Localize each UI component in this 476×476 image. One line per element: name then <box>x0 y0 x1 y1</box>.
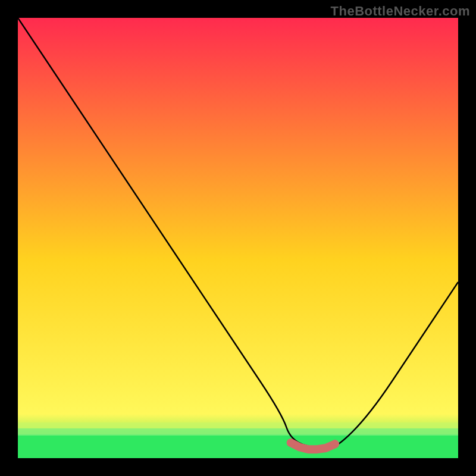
green-band <box>18 434 458 458</box>
bottleneck-chart <box>18 18 458 458</box>
watermark-text: TheBottleNecker.com <box>331 4 470 19</box>
optimal-range-dot <box>331 440 339 448</box>
chart-frame: TheBottleNecker.com <box>0 0 476 476</box>
green-band-fade2 <box>18 422 458 428</box>
green-band-fade1 <box>18 428 458 436</box>
gradient-background <box>18 18 458 458</box>
plot-area <box>18 18 458 458</box>
optimal-range-dot <box>287 439 295 447</box>
